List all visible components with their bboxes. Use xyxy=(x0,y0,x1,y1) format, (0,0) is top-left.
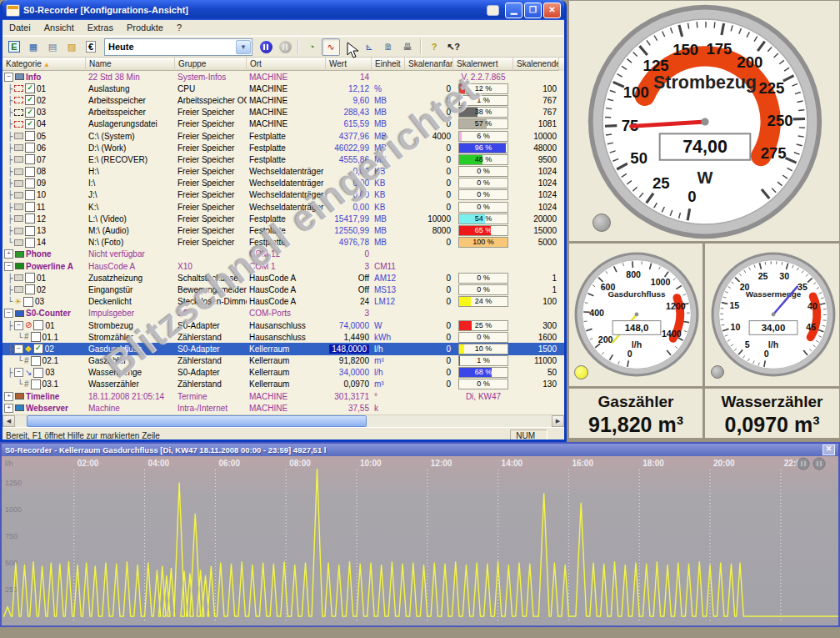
gauge-view-button[interactable]: ◔ xyxy=(302,38,321,56)
row-checkbox[interactable] xyxy=(31,379,41,389)
table-row[interactable]: ├01ZusatzheizungSchaltsteckdoseHausCode … xyxy=(2,272,564,284)
group-row[interactable]: +WebserverMachineIntra-/InternetMACHINE3… xyxy=(2,402,564,414)
row-checkbox[interactable] xyxy=(33,368,43,378)
curve-view-button[interactable]: ∿ xyxy=(322,38,340,56)
collapse-icon[interactable]: − xyxy=(14,321,23,330)
table-row[interactable]: ├08H:\Freier SpeicherWechseldatenträger0… xyxy=(2,166,564,178)
column-header-wert[interactable]: Wert xyxy=(326,58,372,71)
row-checkbox[interactable] xyxy=(25,238,35,248)
row-checkbox[interactable] xyxy=(25,154,35,164)
table-row[interactable]: ├−⊘01StrombezugS0-AdapterHausanschluss74… xyxy=(2,319,564,331)
record-pause-button[interactable] xyxy=(257,38,275,56)
report-button[interactable]: 🗎 xyxy=(379,38,398,56)
help-button[interactable]: ? xyxy=(425,38,443,56)
row-checkbox[interactable] xyxy=(25,178,35,188)
table-row[interactable]: └#01.1StromzählerZählerstandHausanschlus… xyxy=(2,331,564,343)
group-row[interactable]: +PhoneNicht verfügbarCOM 120 xyxy=(2,249,564,260)
row-checkbox[interactable]: ✓ xyxy=(25,108,35,118)
row-checkbox[interactable] xyxy=(25,167,35,177)
expand-icon[interactable]: + xyxy=(4,404,13,413)
row-checkbox[interactable] xyxy=(25,202,35,212)
title-bar[interactable]: S0-Recorder [Konfigurations-Ansicht] ▁ ❐… xyxy=(2,0,564,20)
chart-title-bar[interactable]: S0-Recorder - Kellerraum Gasdurchfluss [… xyxy=(2,444,838,456)
row-checkbox[interactable] xyxy=(25,284,35,294)
group-row[interactable]: −Powerline AHausCode AX10COM 13CM11 xyxy=(2,260,564,272)
row-checkbox[interactable] xyxy=(25,226,35,236)
table-row[interactable]: ├✓01AuslastungCPUMACHINE12,12%012 %100 xyxy=(2,83,564,94)
view-table-button[interactable]: ▦ xyxy=(24,38,42,56)
view-editor-button[interactable]: E xyxy=(5,38,23,56)
close-button[interactable]: ✕ xyxy=(543,3,561,18)
column-header-gruppe[interactable]: Gruppe xyxy=(175,58,247,71)
period-dropdown[interactable]: Heute ▼ xyxy=(104,38,252,56)
scroll-right-arrow[interactable]: ▶ xyxy=(552,415,564,427)
table-row[interactable]: ├05C:\ (System)Freier SpeicherFestplatte… xyxy=(2,130,564,142)
scroll-thumb[interactable] xyxy=(27,415,367,427)
column-header-skalenwert[interactable]: Skalenwert xyxy=(453,58,513,71)
menu-item-help[interactable]: ? xyxy=(170,22,188,33)
row-checkbox[interactable] xyxy=(23,297,33,307)
table-row[interactable]: ├07E:\ (RECOVER)Freier SpeicherFestplatt… xyxy=(2,153,564,165)
table-row[interactable]: ├02EingangstürBewegungsmelderHausCode AO… xyxy=(2,284,564,295)
collapse-icon[interactable]: − xyxy=(4,262,13,271)
table-row[interactable]: ├−◆✓02GasdurchflussS0-AdapterKellerraum1… xyxy=(2,343,564,354)
table-row[interactable]: └14N:\ (Foto)Freier SpeicherFestplatte49… xyxy=(2,237,564,249)
view-chart-button[interactable]: ▨ xyxy=(62,38,81,56)
collapse-icon[interactable]: − xyxy=(14,368,23,377)
table-row[interactable]: ├−↘03WassermengeS0-AdapterKellerraum34,0… xyxy=(2,367,564,379)
table-row[interactable]: └#03.1WasserzählerZählerstandKellerraum0… xyxy=(2,379,564,390)
horizontal-scrollbar[interactable]: ◀ ▶ xyxy=(2,414,564,427)
group-row[interactable]: −S0-CounterImpulsgeberS0COM-Ports3 xyxy=(2,308,564,319)
alarm-button[interactable]: ▲ xyxy=(341,38,359,56)
row-checkbox[interactable] xyxy=(31,332,41,342)
table-row[interactable]: ├✓02ArbeitsspeicherArbeitsspeicher OCNMA… xyxy=(2,94,564,106)
group-row[interactable]: −Info22 Std 38 MinSystem-InfosMACHINE14V… xyxy=(2,71,564,83)
column-header-ort[interactable]: Ort xyxy=(247,58,326,71)
diagram-button[interactable]: ⊾ xyxy=(360,38,378,56)
menu-item-produkte[interactable]: Produkte xyxy=(120,22,170,33)
row-checkbox[interactable]: ✓ xyxy=(25,83,35,93)
table-row[interactable]: ├✓04AuslagerungsdateiFreier SpeicherMACH… xyxy=(2,118,564,130)
chart-next-button[interactable] xyxy=(813,458,825,470)
restore-button[interactable]: ❐ xyxy=(524,3,542,18)
column-header-skalenanfang[interactable]: Skalenanfang xyxy=(405,58,453,71)
row-checkbox[interactable] xyxy=(31,356,41,366)
column-header-name[interactable]: Name xyxy=(86,58,175,71)
column-header-skalenende[interactable]: Skalenende xyxy=(513,58,559,71)
row-checkbox[interactable] xyxy=(25,190,35,200)
table-row[interactable]: ├✓03ArbeitsspeicherFreier SpeicherMACHIN… xyxy=(2,107,564,118)
row-checkbox[interactable]: ✓ xyxy=(25,95,35,105)
scroll-track[interactable] xyxy=(15,415,552,427)
menu-item-datei[interactable]: Datei xyxy=(2,22,38,33)
group-row[interactable]: +Timeline18.11.2008 21:05:14TermineMACHI… xyxy=(2,390,564,402)
table-row[interactable]: └#02.1GaszählerZählerstandKellerraum91,8… xyxy=(2,355,564,367)
collapse-icon[interactable]: − xyxy=(4,73,13,82)
menu-item-ansicht[interactable]: Ansicht xyxy=(38,22,81,33)
row-checkbox[interactable] xyxy=(25,214,35,224)
menu-item-extras[interactable]: Extras xyxy=(81,22,120,33)
table-row[interactable]: ├10J:\Freier SpeicherWechseldatenträger0… xyxy=(2,189,564,201)
table-row[interactable]: ├13M:\ (Audio)Freier SpeicherFestplatte1… xyxy=(2,224,564,236)
pause-disabled-button[interactable] xyxy=(276,38,294,56)
column-header-einheit[interactable]: Einheit xyxy=(372,58,405,71)
extra-window-button[interactable] xyxy=(487,5,499,16)
currency-button[interactable]: € xyxy=(82,38,100,56)
table-row[interactable]: ├11K:\Freier SpeicherWechseldatenträger0… xyxy=(2,201,564,213)
row-checkbox[interactable] xyxy=(25,143,35,153)
chevron-down-icon[interactable]: ▼ xyxy=(236,40,251,54)
table-row[interactable]: ├12L:\ (Video)Freier SpeicherFestplatte1… xyxy=(2,213,564,224)
expand-icon[interactable]: + xyxy=(4,249,13,259)
chart-play-button[interactable] xyxy=(798,458,809,470)
print-button[interactable]: 🖶 xyxy=(398,38,417,56)
row-checkbox[interactable]: ✓ xyxy=(25,119,35,129)
row-checkbox[interactable] xyxy=(25,273,35,283)
scroll-left-arrow[interactable]: ◀ xyxy=(2,415,15,427)
column-header-kategorie[interactable]: Kategorie ▲ xyxy=(2,58,86,71)
minimize-button[interactable]: ▁ xyxy=(505,3,522,18)
table-row[interactable]: └☀03DeckenlichtSteckdosen-DimmerHausCode… xyxy=(2,296,564,308)
collapse-icon[interactable]: − xyxy=(14,344,23,354)
view-grid-button[interactable]: ▤ xyxy=(43,38,62,56)
context-help-button[interactable]: ↖? xyxy=(444,38,462,56)
table-row[interactable]: ├09I:\Freier SpeicherWechseldatenträger0… xyxy=(2,178,564,189)
expand-icon[interactable]: + xyxy=(4,392,13,401)
